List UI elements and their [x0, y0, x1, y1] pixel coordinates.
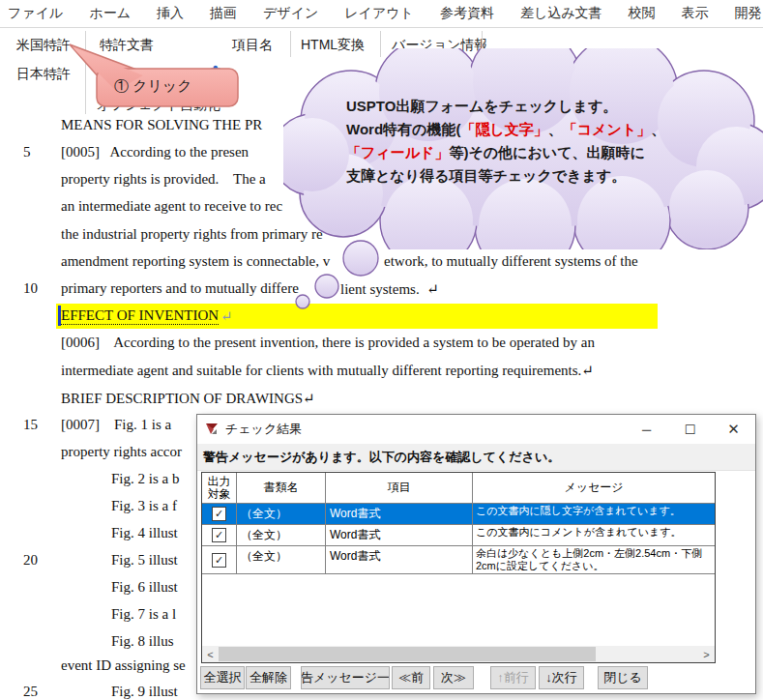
document-text: an intermediate agent to receive to rec: [61, 198, 282, 215]
warning-message: 警告メッセージがあります。以下の内容を確認してください。: [197, 444, 755, 471]
ribbon-tab-レイアウト[interactable]: レイアウト: [344, 0, 414, 27]
horizontal-scrollbar[interactable]: < >: [202, 646, 715, 662]
document-line: [0006] According to the present inventio…: [0, 335, 763, 356]
message-cell: この文書内に隠し文字が含まれています。: [473, 504, 715, 525]
document-text: BRIEF DESCRIPTION OF DRAWINGS↵: [61, 390, 315, 407]
select-all-button[interactable]: 全選択: [200, 666, 245, 689]
item-cell: Word書式: [326, 546, 473, 574]
document-line: intermediate agent and suitable for clie…: [0, 362, 763, 383]
message-cell: この文書内にコメントが含まれています。: [473, 525, 715, 546]
document-text: event ID assigning se: [61, 657, 186, 674]
next-button[interactable]: 次≫: [433, 666, 474, 689]
message-cell: 余白は少なくとも上側2cm・左側2.54cm・下側2cmに設定してください。: [473, 546, 715, 574]
checkbox-cell: ✓: [202, 525, 237, 546]
line-number: 25: [23, 684, 44, 700]
maximize-button[interactable]: ☐: [668, 415, 712, 444]
output-checkbox[interactable]: ✓: [212, 553, 226, 568]
ribbon-tab-表示[interactable]: 表示: [682, 0, 709, 27]
doc-name-cell: （全文）: [237, 504, 326, 525]
document-text: ↵: [220, 307, 233, 325]
ribbon-tab-デザイン[interactable]: デザイン: [263, 0, 318, 27]
close-button[interactable]: 閉じる: [598, 666, 648, 689]
item-cell: Word書式: [326, 525, 473, 546]
document-text: Fig. 7 is a l: [111, 606, 176, 623]
ribbon-tab-ファイル[interactable]: ファイル: [8, 0, 63, 27]
line-number: 15: [23, 417, 44, 433]
document-text: [0006] According to the present inventio…: [61, 335, 595, 351]
ribbon-tab-挿入[interactable]: 挿入: [157, 0, 184, 27]
document-text: Fig. 4 illust: [111, 525, 178, 541]
output-checkbox[interactable]: ✓: [212, 528, 226, 542]
ribbon-tab-bar: ファイルホーム挿入描画デザインレイアウト参考資料差し込み文書校閲表示開発書式整形: [0, 0, 763, 28]
red-text: 「隠し文字」: [460, 121, 547, 137]
table-row[interactable]: ✓（全文）Word書式余白は少なくとも上側2cm・左側2.54cm・下側2cmに…: [202, 546, 715, 574]
checkbox-cell: ✓: [202, 546, 237, 574]
ribbon-tab-差し込み文書[interactable]: 差し込み文書: [520, 0, 602, 27]
scrollbar-thumb[interactable]: [219, 647, 596, 661]
document-text: property rights is provided. The a: [61, 171, 266, 188]
document-text: Fig. 3 is a f: [111, 498, 177, 514]
document-text: etwork, to mutually different systems of…: [384, 253, 638, 270]
scroll-left-arrow[interactable]: <: [202, 646, 219, 662]
document-text: primary reporters and to mutually differ…: [61, 280, 299, 297]
document-line: BRIEF DESCRIPTION OF DRAWINGS↵: [0, 390, 763, 411]
table-row[interactable]: ✓（全文）Word書式この文書内にコメントが含まれています。: [202, 525, 715, 546]
red-text: 「フィールド」: [346, 144, 449, 160]
document-text: property rights accor: [61, 444, 182, 460]
document-text: Fig. 5 illust: [111, 552, 178, 569]
ribbon-tab-校閲[interactable]: 校閲: [629, 0, 656, 27]
checkbox-cell: ✓: [202, 504, 237, 525]
document-text: [0007] Fig. 1 is a: [61, 417, 171, 433]
output-checkbox[interactable]: ✓: [212, 507, 226, 521]
cloud-trail-bubbles: [290, 232, 387, 314]
document-text: MEANS FOR SOLVING THE PR: [61, 117, 262, 133]
line-number: 20: [23, 552, 44, 569]
document-text: [0005] According to the presen: [61, 144, 249, 160]
red-text: 「コメント」: [563, 121, 651, 137]
minimize-button[interactable]: ─: [625, 415, 668, 444]
table-header-row: 出力 対象書類名項目メッセージ: [202, 473, 715, 504]
column-header[interactable]: 項目: [326, 473, 473, 504]
prev-button[interactable]: ≪前: [392, 666, 430, 689]
click-callout-label: ① クリック: [114, 77, 192, 96]
cloud-callout-text: USPTO出願フォームをチェックします。 Word特有の機能(「隠し文字」、「コ…: [346, 95, 675, 188]
item-cell: Word書式: [326, 504, 473, 525]
result-table: 出力 対象書類名項目メッセージ ✓（全文）Word書式この文書内に隠し文字が含ま…: [201, 472, 716, 663]
prev-line-button: ↑前行: [490, 666, 536, 689]
column-header[interactable]: 書類名: [237, 473, 326, 504]
check-result-app-icon: [205, 423, 220, 437]
next-line-button[interactable]: ↓次行: [539, 666, 584, 689]
document-text: intermediate agent and suitable for clie…: [61, 362, 594, 379]
dialog-title: チェック結果: [225, 421, 302, 438]
clear-all-button[interactable]: 全解除: [246, 666, 291, 689]
line-number: 5: [23, 144, 44, 160]
app-window: ファイルホーム挿入描画デザインレイアウト参考資料差し込み文書校閲表示開発書式整形…: [0, 0, 763, 700]
document-text: Fig. 2 is a b: [111, 471, 179, 487]
close-window-button[interactable]: ✕: [712, 415, 755, 444]
dialog-title-bar[interactable]: チェック結果 ─ ☐ ✕: [197, 415, 755, 444]
ribbon-tab-ホーム[interactable]: ホーム: [89, 0, 131, 27]
warning-list-button[interactable]: 警告メッセージ一覧: [301, 666, 390, 689]
column-header[interactable]: 出力 対象: [202, 473, 237, 504]
scroll-right-arrow[interactable]: >: [698, 646, 715, 662]
doc-name-cell: （全文）: [237, 525, 326, 546]
document-text: EFFECT OF INVENTION: [61, 307, 219, 324]
document-text: Fig. 8 illus: [111, 633, 174, 650]
doc-name-cell: （全文）: [237, 546, 326, 574]
line-number: 10: [23, 280, 44, 297]
ribbon-tab-描画[interactable]: 描画: [210, 0, 237, 27]
document-text: Fig. 9 illust: [111, 684, 178, 700]
document-text: Fig. 6 illust: [111, 579, 178, 596]
table-row[interactable]: ✓（全文）Word書式この文書内に隠し文字が含まれています。: [202, 504, 715, 525]
column-header[interactable]: メッセージ: [473, 473, 715, 504]
check-result-dialog: チェック結果 ─ ☐ ✕ 警告メッセージがあります。以下の内容を確認してください…: [196, 414, 756, 694]
ribbon-tab-参考資料[interactable]: 参考資料: [440, 0, 494, 27]
ribbon-tab-開発[interactable]: 開発: [735, 0, 762, 27]
